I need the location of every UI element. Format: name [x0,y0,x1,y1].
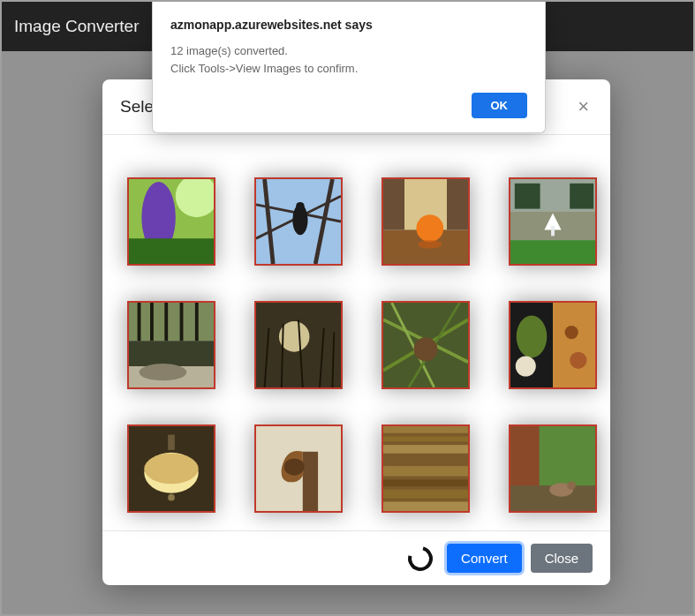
svg-rect-27 [150,303,154,341]
js-alert: azmonapp.azurewebsites.net says 12 image… [152,2,546,133]
svg-point-25 [140,364,187,380]
thumbnail-flower[interactable] [127,177,215,266]
svg-rect-29 [180,303,184,341]
thumbnail-books[interactable] [381,424,470,513]
svg-point-52 [144,454,198,485]
svg-point-43 [414,337,438,361]
svg-point-48 [564,326,578,339]
svg-rect-65 [383,490,468,499]
close-button[interactable]: Close [531,544,593,573]
modal-title: Sele [120,97,154,116]
svg-rect-22 [129,303,214,341]
svg-rect-56 [303,452,318,511]
thumbnail-sunset-grass[interactable] [254,301,343,389]
svg-rect-19 [551,226,555,237]
svg-rect-28 [164,303,168,341]
svg-point-57 [284,458,305,475]
thumbnail-grass-closeup[interactable] [381,301,470,389]
svg-rect-45 [553,303,595,387]
svg-rect-59 [383,426,468,433]
svg-rect-62 [383,457,468,463]
svg-point-46 [517,315,548,357]
svg-rect-30 [195,303,199,341]
alert-message: 12 image(s) converted. Click Tools->View… [170,42,527,77]
svg-rect-23 [129,341,214,366]
svg-rect-64 [383,479,468,486]
alert-origin: azmonapp.azurewebsites.net says [170,18,527,32]
modal-close-button[interactable]: × [574,94,593,120]
svg-rect-61 [383,445,468,454]
spinner-icon [404,541,437,575]
thumbnail-squirrel[interactable] [509,424,597,513]
svg-rect-3 [129,238,214,264]
thumbnail-orange[interactable] [381,177,470,266]
svg-point-14 [416,214,443,242]
svg-rect-66 [383,501,468,511]
svg-rect-60 [383,437,468,442]
svg-point-10 [296,202,305,211]
svg-rect-21 [570,184,593,209]
svg-point-54 [168,494,175,501]
thumbnail-forest-stream[interactable] [127,301,215,389]
svg-rect-20 [515,184,540,209]
thumbnail-bird-tree[interactable] [254,177,343,266]
svg-rect-53 [168,435,175,450]
modal-footer: Convert Close [102,530,610,585]
svg-rect-63 [383,466,468,477]
convert-button[interactable]: Convert [447,544,522,573]
svg-point-15 [418,240,442,249]
thumbnail-grid [127,177,585,513]
alert-actions: OK [170,93,527,118]
thumbnail-fountain[interactable] [509,177,597,266]
thumbnail-lamp[interactable] [127,424,215,513]
svg-rect-18 [510,240,595,264]
svg-point-71 [567,481,576,490]
app-title: Image Converter [14,17,140,36]
alert-line1: 12 image(s) converted. [170,44,288,57]
thumbnail-banister[interactable] [254,424,343,513]
svg-point-49 [570,352,586,369]
alert-ok-button[interactable]: OK [472,93,528,118]
modal-body [102,135,610,530]
modal-dialog: Sele × [102,79,610,585]
thumbnail-food-plate[interactable] [509,301,597,389]
svg-rect-26 [138,303,141,341]
alert-line2: Click Tools->View Images to confirm. [170,62,358,75]
svg-point-47 [516,356,536,376]
